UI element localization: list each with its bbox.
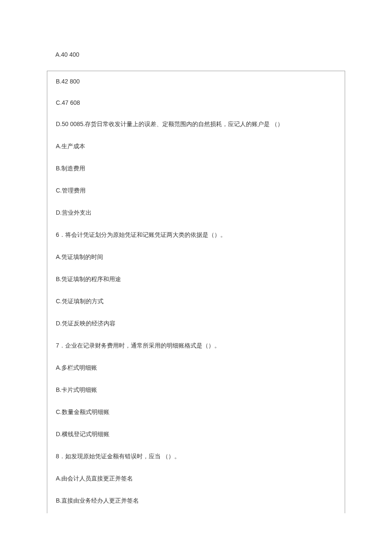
text-line: C.数量金额式明细账	[56, 408, 336, 416]
text-line: C.管理费用	[56, 187, 336, 195]
text-line: A.由会计人员直接更正并签名	[56, 475, 336, 483]
text-line: D.50 0085.存货日常收发计量上的误差、定额范围内的自然损耗，应记人的账户…	[56, 121, 336, 128]
document-page: A.40 400 B.42 800 C.47 608 D.50 0085.存货日…	[0, 0, 392, 513]
text-line: A.多栏式明细账	[56, 364, 336, 372]
text-line: B.卡片式明细账	[56, 386, 336, 394]
text-line: 7．企业在记录财务费用时，通常所采用的明细账格式是（）。	[56, 342, 336, 350]
text-line: 6．将会计凭证划分为原始凭证和记账凭证两大类的依据是（）。	[56, 231, 336, 239]
content-box: B.42 800 C.47 608 D.50 0085.存货日常收发计量上的误差…	[47, 71, 345, 513]
text-line: B.42 800	[56, 78, 336, 85]
text-line: D.营业外支出	[56, 209, 336, 217]
text-line: 8．如发现原始凭证金额有错误时，应当 （）。	[56, 453, 336, 460]
text-line: B.直接由业务经办人更正并签名	[56, 497, 336, 505]
text-line: A.生产成本	[56, 143, 336, 150]
option-a-top: A.40 400	[0, 0, 392, 71]
text-line: B.凭证填制的程序和用途	[56, 276, 336, 283]
text-line: D.横线登记式明细账	[56, 431, 336, 438]
text-line: D.凭证反映的经济内容	[56, 320, 336, 328]
text-line: B.制造费用	[56, 165, 336, 173]
text-line: C.47 608	[56, 99, 336, 106]
text-line: A.凭证填制的时间	[56, 253, 336, 261]
text-line: C.凭证填制的方式	[56, 298, 336, 305]
